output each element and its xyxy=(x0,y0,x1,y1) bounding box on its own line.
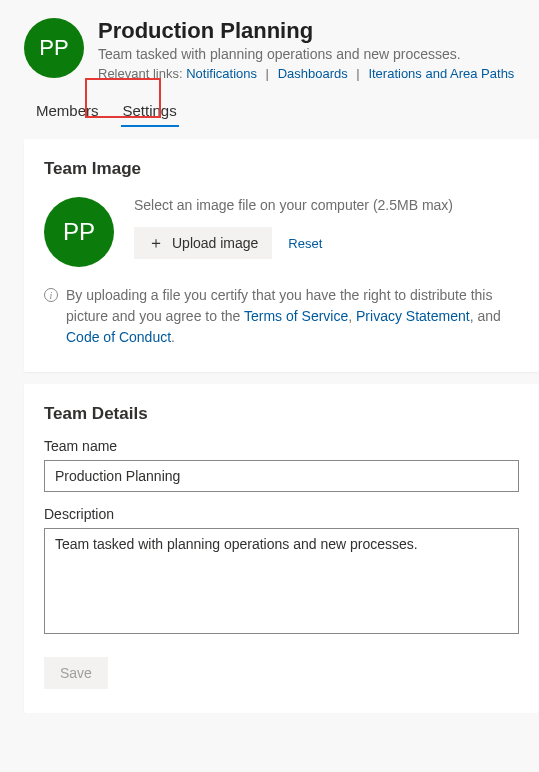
link-separator: | xyxy=(266,66,269,81)
save-button[interactable]: Save xyxy=(44,657,108,689)
link-code-of-conduct[interactable]: Code of Conduct xyxy=(66,329,171,345)
relevant-links-label: Relevant links: xyxy=(98,66,183,81)
upload-image-button[interactable]: ＋ Upload image xyxy=(134,227,272,259)
team-image-heading: Team Image xyxy=(44,159,519,179)
team-details-card: Team Details Team name Description Save xyxy=(24,384,539,713)
info-icon: i xyxy=(44,288,58,302)
certify-text: By uploading a file you certify that you… xyxy=(66,285,519,348)
certify-post: . xyxy=(171,329,175,345)
description-label: Description xyxy=(44,506,519,522)
link-iterations[interactable]: Iterations and Area Paths xyxy=(368,66,514,81)
relevant-links-row: Relevant links: Notifications | Dashboar… xyxy=(98,66,514,81)
team-title: Production Planning xyxy=(98,18,514,44)
link-separator: | xyxy=(356,66,359,81)
link-notifications[interactable]: Notifications xyxy=(186,66,257,81)
link-privacy-statement[interactable]: Privacy Statement xyxy=(356,308,470,324)
upload-image-label: Upload image xyxy=(172,235,258,251)
link-terms-of-service[interactable]: Terms of Service xyxy=(244,308,348,324)
certify-row: i By uploading a file you certify that y… xyxy=(44,285,519,348)
team-header-text: Production Planning Team tasked with pla… xyxy=(98,18,514,81)
team-header: PP Production Planning Team tasked with … xyxy=(0,0,539,81)
plus-icon: ＋ xyxy=(148,235,164,251)
reset-image-link[interactable]: Reset xyxy=(288,236,322,251)
team-avatar: PP xyxy=(24,18,84,78)
image-row: PP Select an image file on your computer… xyxy=(44,197,519,267)
description-textarea[interactable] xyxy=(44,528,519,634)
team-image-card: Team Image PP Select an image file on yo… xyxy=(24,139,539,372)
team-name-label: Team name xyxy=(44,438,519,454)
team-details-heading: Team Details xyxy=(44,404,519,424)
image-actions: Select an image file on your computer (2… xyxy=(134,197,519,259)
tabs-row: Members Settings xyxy=(0,81,539,127)
team-image-avatar: PP xyxy=(44,197,114,267)
team-subtitle: Team tasked with planning operations and… xyxy=(98,46,514,62)
upload-hint: Select an image file on your computer (2… xyxy=(134,197,519,213)
tab-settings[interactable]: Settings xyxy=(111,95,189,127)
certify-sep1: , xyxy=(348,308,356,324)
link-dashboards[interactable]: Dashboards xyxy=(278,66,348,81)
tab-members[interactable]: Members xyxy=(24,95,111,127)
certify-sep2: , and xyxy=(470,308,501,324)
team-name-input[interactable] xyxy=(44,460,519,492)
